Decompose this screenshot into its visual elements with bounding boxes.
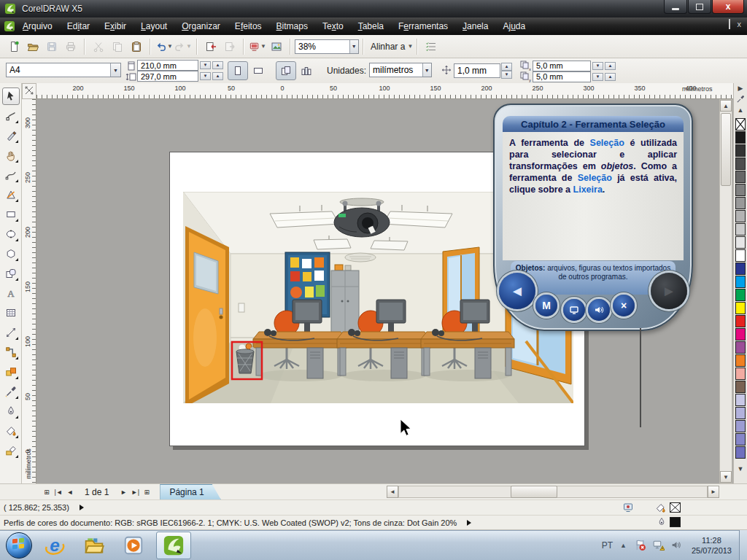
vertical-ruler[interactable]: 300250200150100500 milímetros bbox=[22, 99, 36, 483]
menu-exibir[interactable]: Exibir bbox=[97, 18, 133, 34]
spin-up-icon[interactable]: ▲ bbox=[605, 62, 616, 70]
open-button[interactable] bbox=[24, 38, 42, 55]
spin-down-icon[interactable]: ▼ bbox=[200, 61, 211, 69]
forward-button[interactable]: ► bbox=[651, 273, 687, 309]
clock[interactable]: 11:28 25/07/2013 bbox=[692, 535, 732, 556]
color-swatch[interactable] bbox=[735, 341, 746, 354]
horizontal-ruler[interactable]: 20015010050050100150200250300350400 milí… bbox=[36, 83, 733, 99]
action-center-flag-icon[interactable] bbox=[634, 539, 646, 551]
color-swatch[interactable] bbox=[735, 158, 746, 170]
color-swatch[interactable] bbox=[735, 131, 746, 144]
spin-down-icon[interactable]: ▼ bbox=[501, 71, 512, 79]
menu-bitmaps[interactable]: Bitmaps bbox=[269, 18, 315, 34]
outline-color-swatch[interactable] bbox=[670, 517, 681, 527]
undo-button[interactable]: ▼ bbox=[155, 38, 173, 55]
eyedropper-tool[interactable] bbox=[2, 383, 20, 400]
show-desktop-button[interactable] bbox=[739, 530, 747, 560]
rectangle-tool[interactable] bbox=[2, 206, 20, 223]
landscape-button[interactable] bbox=[248, 61, 268, 80]
start-button[interactable] bbox=[6, 532, 32, 559]
taskbar-internet-explorer[interactable]: e bbox=[38, 532, 71, 559]
color-swatch[interactable] bbox=[735, 420, 746, 432]
restore-button[interactable] bbox=[688, 0, 711, 14]
hidden-icons-icon[interactable]: ▲ bbox=[620, 542, 627, 549]
menu-organizar[interactable]: Organizar bbox=[174, 18, 228, 34]
menu-layout[interactable]: Layout bbox=[133, 18, 174, 34]
redo-button[interactable]: ▼ bbox=[174, 38, 192, 55]
paper-size-combo[interactable]: ▼ bbox=[6, 63, 121, 77]
color-swatch[interactable] bbox=[735, 171, 746, 183]
fill-color-swatch[interactable] bbox=[670, 502, 681, 513]
color-swatch[interactable] bbox=[735, 381, 746, 393]
sound-button[interactable] bbox=[588, 299, 610, 321]
connector-tool[interactable] bbox=[2, 343, 20, 361]
color-swatch[interactable] bbox=[735, 262, 746, 275]
menu-tabela[interactable]: Tabela bbox=[351, 18, 391, 34]
minimize-button[interactable] bbox=[664, 0, 687, 14]
chevron-down-icon[interactable]: ▼ bbox=[407, 43, 413, 50]
export-button[interactable] bbox=[221, 38, 239, 55]
palette-scroll-down-icon[interactable]: ▼ bbox=[735, 465, 746, 472]
crop-tool[interactable] bbox=[2, 127, 20, 144]
add-page-icon[interactable]: ⊞ bbox=[41, 489, 53, 496]
chevron-down-icon[interactable]: ▼ bbox=[110, 63, 120, 77]
zoom-level-combo[interactable]: ▼ bbox=[295, 39, 359, 54]
status-flyout-icon[interactable] bbox=[80, 505, 84, 510]
spin-up-icon[interactable]: ▲ bbox=[605, 73, 616, 81]
blend-tool[interactable] bbox=[2, 363, 20, 381]
page-tab[interactable]: Página 1 bbox=[160, 484, 220, 499]
scroll-up-icon[interactable]: ▲ bbox=[720, 100, 732, 112]
options-button[interactable] bbox=[422, 38, 440, 55]
next-page-icon[interactable]: ► bbox=[117, 489, 129, 496]
doc-close-button[interactable]: x bbox=[738, 20, 742, 28]
zoom-level-input[interactable] bbox=[295, 42, 349, 52]
align-to-button[interactable]: Alinhar a bbox=[371, 42, 405, 52]
menu-button[interactable]: M bbox=[535, 295, 557, 316]
palette-flyout-icon[interactable]: ▶ bbox=[735, 85, 746, 92]
ruler-origin-icon[interactable] bbox=[22, 83, 36, 99]
color-swatch[interactable] bbox=[735, 276, 746, 288]
close-button[interactable]: x bbox=[712, 0, 744, 14]
pan-tool[interactable] bbox=[2, 147, 20, 164]
print-button[interactable] bbox=[62, 38, 80, 55]
color-swatch[interactable] bbox=[735, 446, 746, 459]
screen-button[interactable] bbox=[563, 299, 585, 321]
basic-shapes-tool[interactable] bbox=[2, 265, 20, 282]
doc-restore-button[interactable] bbox=[729, 20, 730, 28]
color-swatch[interactable] bbox=[735, 210, 746, 222]
scroll-left-icon[interactable]: ◄ bbox=[387, 486, 398, 498]
units-input[interactable] bbox=[370, 65, 422, 75]
paper-size-input[interactable] bbox=[7, 65, 110, 75]
paper-width-input[interactable] bbox=[138, 61, 198, 70]
no-color-swatch[interactable] bbox=[735, 118, 746, 131]
proof-colors-icon[interactable] bbox=[622, 502, 635, 513]
taskbar-coreldraw[interactable] bbox=[156, 532, 191, 559]
copy-button[interactable] bbox=[109, 38, 126, 55]
interactive-fill-tool[interactable] bbox=[2, 442, 20, 459]
polygon-tool[interactable] bbox=[2, 245, 20, 262]
all-pages-button[interactable] bbox=[276, 61, 296, 80]
color-swatch[interactable] bbox=[735, 433, 746, 446]
spin-down-icon[interactable]: ▼ bbox=[592, 62, 603, 70]
back-button[interactable]: ◄ bbox=[499, 273, 535, 309]
color-swatch[interactable] bbox=[735, 184, 746, 196]
scroll-thumb[interactable] bbox=[511, 486, 557, 498]
volume-icon[interactable] bbox=[670, 539, 683, 551]
vertical-scrollbar[interactable]: ▲ ▼ bbox=[719, 99, 732, 483]
outline-pen-tool[interactable] bbox=[2, 402, 20, 420]
menu-editar[interactable]: Editar bbox=[60, 18, 97, 34]
horizontal-scrollbar[interactable]: ◄ ► bbox=[387, 486, 719, 498]
paper-height-input[interactable] bbox=[138, 72, 198, 81]
close-tutorial-button[interactable]: × bbox=[613, 295, 635, 316]
spin-up-icon[interactable]: ▲ bbox=[501, 63, 512, 71]
last-page-icon[interactable]: ►| bbox=[129, 489, 141, 496]
dimension-tool[interactable] bbox=[2, 324, 20, 341]
spin-down-icon[interactable]: ▼ bbox=[592, 73, 603, 81]
color-swatch[interactable] bbox=[735, 302, 746, 314]
color-swatch[interactable] bbox=[735, 354, 746, 367]
color-swatch[interactable] bbox=[735, 394, 746, 406]
scroll-thumb[interactable] bbox=[721, 113, 731, 186]
spin-up-icon[interactable]: ▲ bbox=[212, 72, 223, 80]
status-flyout-icon[interactable] bbox=[467, 520, 471, 526]
color-swatch[interactable] bbox=[735, 407, 746, 419]
